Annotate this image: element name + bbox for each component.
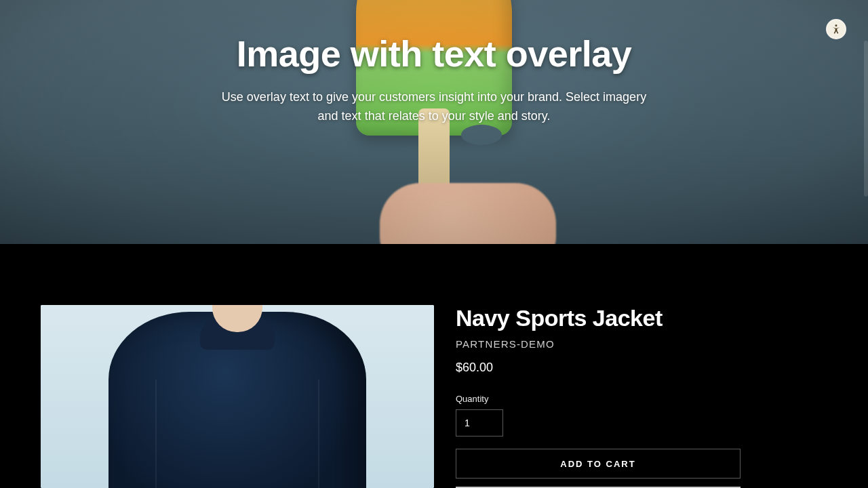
product-vendor: PARTNERS-DEMO <box>456 338 741 350</box>
product-image-seam <box>155 380 157 488</box>
product-layout: Navy Sports Jacket PARTNERS-DEMO $60.00 … <box>41 305 827 488</box>
hero-image-with-text-overlay: Image with text overlay Use overlay text… <box>0 0 868 244</box>
product-image[interactable] <box>41 305 434 488</box>
featured-product-section: Navy Sports Jacket PARTNERS-DEMO $60.00 … <box>0 244 868 488</box>
quantity-input[interactable] <box>456 409 503 436</box>
product-title: Navy Sports Jacket <box>456 305 741 331</box>
product-price: $60.00 <box>456 361 741 375</box>
product-info: Navy Sports Jacket PARTNERS-DEMO $60.00 … <box>456 305 741 488</box>
hero-title: Image with text overlay <box>237 33 632 75</box>
add-to-cart-button[interactable]: ADD TO CART <box>456 449 741 479</box>
accessibility-widget-button[interactable] <box>826 19 846 39</box>
accessibility-icon <box>831 24 842 35</box>
product-image-seam <box>318 380 319 488</box>
svg-point-0 <box>835 24 837 26</box>
hero-subtitle: Use overlay text to give your customers … <box>217 88 651 126</box>
hero-text-container: Image with text overlay Use overlay text… <box>0 0 868 244</box>
quantity-label: Quantity <box>456 394 741 404</box>
